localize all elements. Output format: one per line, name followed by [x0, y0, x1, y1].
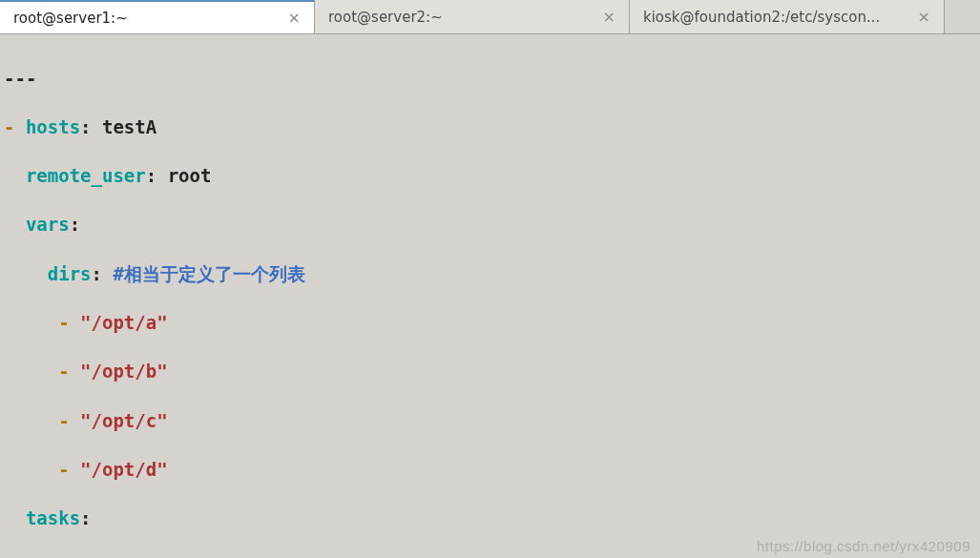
- remote-user-val: root: [168, 165, 212, 186]
- tab-label: root@server2:~: [328, 9, 443, 26]
- vars-key: vars: [26, 214, 70, 235]
- dir-item-2: "/opt/c": [80, 410, 168, 431]
- dir-item-3: "/opt/d": [80, 459, 168, 480]
- editor-content[interactable]: --- - hosts: testA remote_user: root var…: [0, 34, 980, 558]
- list-dash: -: [58, 312, 80, 333]
- tab-label: kiosk@foundation2:/etc/syscon...: [643, 9, 880, 26]
- hosts-key: hosts: [26, 116, 80, 137]
- hosts-val: testA: [102, 116, 156, 137]
- list-dash: -: [58, 361, 80, 382]
- remote-user-key: remote_user: [26, 165, 146, 186]
- tab-server1[interactable]: root@server1:~ ×: [0, 0, 315, 33]
- tab-foundation2[interactable]: kiosk@foundation2:/etc/syscon... ×: [630, 0, 945, 33]
- close-icon[interactable]: ×: [284, 9, 304, 27]
- tab-server2[interactable]: root@server2:~ ×: [315, 0, 630, 33]
- dir-item-1: "/opt/b": [80, 361, 168, 382]
- close-icon[interactable]: ×: [599, 8, 619, 26]
- list-dash: -: [58, 410, 80, 431]
- dir-item-0: "/opt/a": [80, 312, 168, 333]
- dirs-comment: #相当于定义了一个列表: [113, 263, 304, 284]
- list-dash: -: [58, 459, 80, 480]
- dirs-key: dirs: [48, 263, 92, 284]
- tasks-key: tasks: [26, 507, 80, 528]
- yaml-doc-start: ---: [4, 68, 36, 89]
- yaml-dash: -: [4, 116, 26, 137]
- close-icon[interactable]: ×: [914, 8, 934, 26]
- tab-bar: root@server1:~ × root@server2:~ × kiosk@…: [0, 0, 980, 34]
- tab-label: root@server1:~: [13, 10, 128, 27]
